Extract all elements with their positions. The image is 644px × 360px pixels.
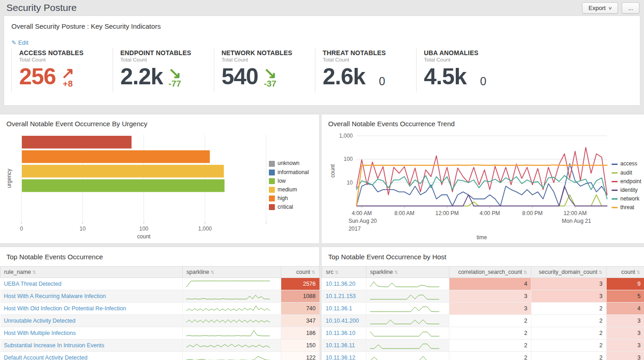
series-threat[interactable] (356, 165, 607, 206)
legend-item-informational[interactable]: informational (269, 168, 309, 177)
count-cell[interactable]: 3 (607, 339, 644, 352)
count-cell[interactable]: 5 (607, 290, 644, 303)
legend-item-unknown[interactable]: unknown (269, 159, 309, 168)
sparkline (370, 341, 439, 350)
legend-item-identity[interactable]: identity (612, 186, 641, 195)
legend-label: unknown (278, 159, 299, 168)
security-domain-count-cell[interactable]: 2 (531, 352, 607, 360)
legend-label: threat (620, 203, 634, 212)
bar-medium[interactable] (22, 165, 224, 178)
column-header-label: count (296, 269, 310, 275)
src-link[interactable]: 10.11.36.12 (326, 355, 355, 360)
correlation-search-count-cell[interactable]: 4 (449, 278, 531, 290)
security-domain-count-cell[interactable]: 3 (531, 278, 607, 290)
column-header-security_domain_count[interactable]: security_domain_count⇅ (531, 267, 607, 278)
count-cell[interactable]: 9 (607, 278, 644, 290)
count-cell[interactable]: 150 (281, 339, 319, 352)
legend-item-endpoint[interactable]: endpoint (612, 177, 641, 186)
rule-name-link[interactable]: Host With Old Infection Or Potential Re-… (4, 305, 126, 312)
count-cell[interactable]: 3 (607, 315, 644, 327)
top-notable-events-by-host-panel: Top Notable Event Occurrence by Host src… (322, 247, 644, 360)
sparkline (186, 280, 270, 288)
count-cell[interactable]: 740 (281, 303, 319, 315)
correlation-search-count-cell[interactable]: 2 (449, 327, 531, 339)
column-header-rule_name[interactable]: rule_name⇅ (0, 267, 183, 278)
kpi-delta: +8 (63, 79, 73, 88)
count-cell[interactable]: 1088 (281, 290, 319, 303)
trend-line-chart[interactable]: 101001,0004:00 AMSun Aug 2020178:00 AM12… (328, 129, 612, 243)
series-endpoint[interactable] (356, 147, 607, 195)
bar-low[interactable] (22, 180, 225, 192)
urgency-bar-chart[interactable]: 0101001,000urgencycount (6, 129, 269, 242)
svg-text:Mon Aug 21: Mon Aug 21 (562, 218, 591, 224)
kpi-sublabel: Total Count (323, 57, 413, 62)
legend-item-low[interactable]: low (269, 177, 309, 185)
correlation-search-count-cell[interactable]: 3 (449, 303, 531, 315)
column-header-label: count (621, 269, 635, 275)
legend-label: access (620, 159, 637, 168)
legend-label: informational (278, 168, 309, 177)
column-header-src[interactable]: src⇅ (322, 267, 366, 278)
src-link[interactable]: 10.11.36.20 (326, 281, 355, 287)
bar-critical[interactable] (22, 136, 132, 149)
rule-name-link[interactable]: Substantial Increase In Intrusion Events (4, 342, 104, 349)
count-cell[interactable]: 347 (281, 315, 319, 327)
security-domain-count-cell[interactable]: 3 (531, 290, 607, 303)
column-header-correlation_search_count[interactable]: correlation_search_count⇅ (449, 267, 531, 278)
rule-name-link[interactable]: Host With Multiple Infections (4, 330, 76, 336)
legend-label: low (278, 177, 286, 185)
edit-link[interactable]: ✎ Edit (11, 39, 28, 46)
count-cell[interactable]: 2576 (281, 278, 319, 290)
legend-item-access[interactable]: access (612, 159, 641, 168)
security-domain-count-cell[interactable]: 2 (531, 327, 607, 339)
legend-item-network[interactable]: network (612, 195, 641, 203)
count-cell[interactable]: 3 (607, 352, 644, 360)
src-link[interactable]: 10.11.36.1 (326, 305, 352, 312)
legend-item-critical[interactable]: critical (269, 203, 309, 211)
column-header-sparkline[interactable]: sparkline⇅ (183, 267, 281, 278)
legend-item-medium[interactable]: medium (269, 185, 309, 194)
svg-text:Sun Aug 20: Sun Aug 20 (349, 218, 377, 224)
series-audit[interactable] (356, 195, 607, 206)
count-cell[interactable]: 186 (281, 327, 319, 339)
rule-name-link[interactable]: Host With A Recurring Malware Infection (4, 293, 106, 299)
kpi-delta: 0 (379, 75, 385, 88)
kpi-access-notables[interactable]: ACCESS NOTABLESTotal Count256↗+8 (11, 48, 113, 93)
count-cell[interactable]: 3 (607, 327, 644, 339)
security-domain-count-cell[interactable]: 2 (531, 339, 607, 352)
src-link[interactable]: 10.1.21.153 (326, 293, 356, 299)
trend-down-arrow-icon: ↘ (263, 67, 277, 79)
rule-name-link[interactable]: Unroutable Activity Detected (4, 318, 76, 324)
src-link[interactable]: 10.11.36.11 (326, 342, 355, 349)
kpi-uba-anomalies[interactable]: UBA ANOMALIESTotal Count4.5k0 (416, 48, 517, 93)
src-link[interactable]: 10.11.36.10 (326, 330, 355, 336)
bar-high[interactable] (22, 150, 210, 163)
legend-item-threat[interactable]: threat (612, 203, 641, 212)
key-security-indicators-panel: Overall Security Posture : Key Security … (4, 15, 640, 106)
correlation-search-count-cell[interactable]: 2 (449, 352, 531, 360)
src-link[interactable]: 10.10.41.200 (326, 318, 359, 324)
correlation-search-count-cell[interactable]: 2 (449, 315, 531, 327)
sort-icon: ⇅ (394, 270, 398, 275)
column-header-count[interactable]: count⇅ (607, 267, 644, 278)
column-header-count[interactable]: count⇅ (281, 267, 319, 278)
legend-item-audit[interactable]: audit (612, 169, 641, 177)
sparkline (370, 304, 439, 313)
kpi-endpoint-notables[interactable]: ENDPOINT NOTABLESTotal Count2.2k↘-77 (113, 48, 214, 93)
column-header-sparkline[interactable]: sparkline⇅ (366, 267, 449, 278)
rule-name-link[interactable]: UEBA Threat Detected (4, 281, 62, 287)
count-cell[interactable]: 122 (281, 352, 319, 360)
correlation-search-count-cell[interactable]: 3 (449, 290, 531, 303)
correlation-search-count-cell[interactable]: 2 (449, 339, 531, 352)
security-domain-count-cell[interactable]: 2 (531, 315, 607, 327)
legend-swatch (269, 178, 275, 184)
security-domain-count-cell[interactable]: 2 (531, 303, 607, 315)
count-cell[interactable]: 4 (607, 303, 644, 315)
more-options-button[interactable]: ... (622, 2, 639, 14)
top-bar: Security Posture Export ∨ ... (0, 0, 644, 15)
kpi-threat-notables[interactable]: THREAT NOTABLESTotal Count2.6k0 (315, 48, 416, 93)
export-button[interactable]: Export ∨ (582, 2, 618, 14)
kpi-network-notables[interactable]: NETWORK NOTABLESTotal Count540↘-37 (214, 48, 315, 93)
legend-item-high[interactable]: high (269, 194, 309, 203)
rule-name-link[interactable]: Default Account Activity Detected (4, 355, 88, 360)
